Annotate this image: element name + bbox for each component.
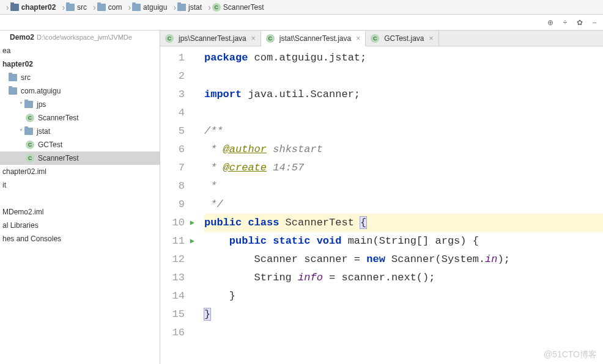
chevron-down-icon: ˅	[17, 128, 24, 135]
class-icon: C	[212, 3, 221, 12]
bc-scannertest[interactable]: ›CScannerTest	[204, 2, 266, 12]
watermark: @51CTO博客	[544, 349, 597, 360]
tab-label: GCTest.java	[384, 34, 424, 43]
tree-item-jstat[interactable]: ˅jstat	[0, 125, 160, 138]
tree-item[interactable]	[0, 192, 160, 205]
tab-label: jps\ScannerTest.java	[179, 34, 246, 43]
class-icon: C	[266, 34, 275, 43]
tab-label: jstat\ScannerTest.java	[279, 34, 351, 43]
tree-item[interactable]: ea	[0, 44, 160, 57]
bc-label: com	[108, 3, 122, 12]
tree-class-gctest[interactable]: CGCTest	[0, 138, 160, 151]
bc-chapter02[interactable]: ›chapter02	[2, 2, 58, 12]
folder-icon	[66, 4, 75, 11]
tree-libraries[interactable]: al Libraries	[0, 219, 160, 232]
tree-item-jps[interactable]: ˅jps	[0, 98, 160, 111]
close-icon[interactable]: ×	[251, 34, 256, 43]
bc-jstat[interactable]: ›jstat	[169, 2, 204, 12]
chevron-right-icon: ›	[173, 2, 176, 12]
run-gutter-icon: 11	[160, 232, 196, 250]
tree-item-chapter02[interactable]: hapter02	[0, 57, 160, 71]
tree-module-demo2[interactable]: Demo2D:\code\workspace_jvm\JVMDe	[0, 31, 160, 44]
editor-tabs: Cjps\ScannerTest.java× Cjstat\ScannerTes…	[160, 31, 603, 46]
gear-icon[interactable]: ✿	[575, 18, 585, 27]
folder-icon	[9, 74, 17, 81]
code-body[interactable]: package com.atguigu.jstat; import java.u…	[196, 46, 603, 364]
tab-jstat-scannertest[interactable]: Cjstat\ScannerTest.java×	[261, 31, 366, 46]
folder-icon	[24, 101, 33, 108]
bc-atguigu[interactable]: ›atguigu	[124, 2, 169, 12]
tree-file-iml[interactable]: chapter02.iml	[0, 165, 160, 178]
bc-label: src	[77, 3, 87, 12]
project-toolbar: ⊕ ÷ ✿ −	[0, 15, 603, 31]
code-editor[interactable]: 12345678910111213141516 package com.atgu…	[160, 46, 603, 364]
tree-item-src[interactable]: src	[0, 71, 160, 84]
tree-class-scannertest-jps[interactable]: CScannerTest	[0, 111, 160, 125]
bc-label: atguigu	[143, 3, 167, 12]
class-icon: C	[371, 34, 379, 43]
bc-src[interactable]: ›src	[58, 2, 89, 12]
bc-com[interactable]: ›com	[89, 2, 124, 12]
class-icon: C	[165, 34, 174, 43]
close-icon[interactable]: ×	[356, 34, 360, 43]
class-icon: C	[26, 140, 34, 149]
folder-icon	[177, 4, 186, 11]
collapse-icon[interactable]: ÷	[560, 18, 570, 27]
tree-item-package[interactable]: com.atguigu	[0, 84, 160, 98]
chevron-right-icon: ›	[208, 2, 211, 12]
chevron-right-icon: ›	[128, 2, 131, 12]
project-tree[interactable]: Demo2D:\code\workspace_jvm\JVMDe ea hapt…	[0, 31, 160, 364]
tree-class-scannertest-jstat[interactable]: CScannerTest	[0, 151, 160, 165]
folder-icon	[97, 4, 106, 11]
folder-icon	[24, 128, 33, 135]
tree-item[interactable]: it	[0, 178, 160, 192]
chevron-right-icon: ›	[62, 2, 65, 12]
chevron-right-icon: ›	[6, 2, 9, 12]
folder-icon	[9, 87, 17, 95]
tab-gctest[interactable]: CGCTest.java×	[366, 31, 438, 46]
bc-label: chapter02	[21, 3, 56, 12]
breadcrumb-bar: ›chapter02 ›src ›com ›atguigu ›jstat ›CS…	[0, 0, 603, 15]
chevron-right-icon: ›	[93, 2, 96, 12]
target-icon[interactable]: ⊕	[546, 18, 555, 27]
bc-label: ScannerTest	[223, 3, 264, 12]
folder-icon	[132, 4, 141, 11]
chevron-down-icon: ˅	[17, 101, 24, 108]
close-icon[interactable]: ×	[429, 34, 434, 43]
tree-file-iml2[interactable]: MDemo2.iml	[0, 205, 160, 219]
line-gutter: 12345678910111213141516	[160, 46, 196, 364]
folder-icon	[10, 4, 19, 11]
tree-scratches[interactable]: hes and Consoles	[0, 232, 160, 246]
hide-icon[interactable]: −	[590, 18, 599, 27]
class-icon: C	[26, 154, 34, 162]
tab-jps-scannertest[interactable]: Cjps\ScannerTest.java×	[160, 31, 261, 46]
bc-label: jstat	[188, 3, 202, 12]
run-gutter-icon: 10	[160, 214, 196, 232]
class-icon: C	[26, 114, 34, 122]
